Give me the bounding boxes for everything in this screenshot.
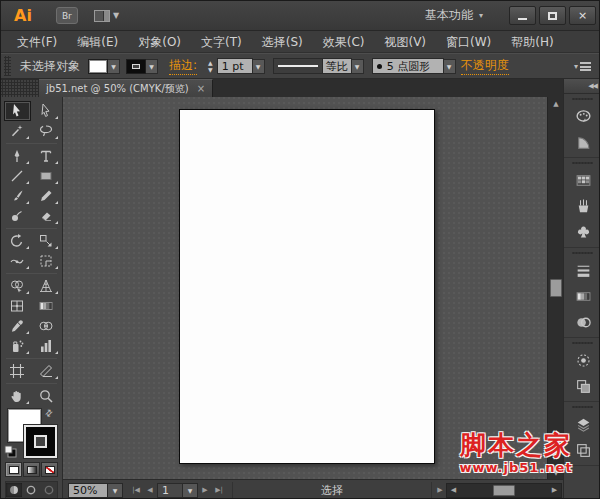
vertical-scrollbar[interactable]: ▲ ▼ — [547, 97, 563, 479]
scroll-left-icon[interactable]: ◀ — [447, 484, 460, 497]
draw-behind-button[interactable] — [23, 483, 39, 497]
chevron-down-icon[interactable]: ▼ — [108, 59, 120, 74]
panel-group-grip[interactable] — [572, 403, 593, 411]
menu-item-6[interactable]: 视图(V) — [374, 31, 436, 53]
draw-normal-button[interactable] — [6, 483, 22, 497]
tool-paintbrush[interactable] — [4, 186, 31, 206]
last-artboard-button[interactable]: ▶| — [212, 483, 226, 498]
menu-item-5[interactable]: 效果(C) — [313, 31, 375, 53]
previous-artboard-button[interactable]: ◀ — [143, 483, 157, 498]
bridge-button[interactable]: Br — [56, 7, 78, 24]
control-panel-menu-button[interactable]: ▾ — [574, 62, 591, 71]
step-down-icon[interactable]: ▼ — [206, 66, 215, 73]
toolbar-dock-grip[interactable] — [1, 79, 39, 97]
tool-pencil[interactable] — [33, 186, 60, 206]
tool-free-transform[interactable] — [33, 251, 60, 271]
tool-hand[interactable] — [4, 386, 31, 406]
panel-tab-color-guide[interactable] — [564, 129, 600, 155]
tool-magic-wand[interactable] — [4, 121, 31, 141]
document-tab[interactable]: jb51.net @ 50% (CMYK/预览) × — [39, 79, 213, 97]
panel-tab-color[interactable] — [564, 103, 600, 129]
zoom-level-field[interactable]: 50% — [68, 483, 108, 498]
tool-slice[interactable] — [33, 361, 60, 381]
stroke-color-combo[interactable]: ▼ — [126, 59, 158, 74]
tab-close-icon[interactable]: × — [197, 84, 205, 94]
artboard-number-field[interactable]: 1 — [157, 483, 183, 498]
workspace-switcher[interactable]: 基本功能 ▾ — [425, 7, 483, 24]
default-fill-stroke-icon[interactable] — [4, 445, 17, 461]
artboard[interactable] — [179, 109, 435, 464]
panel-group-grip[interactable] — [572, 159, 593, 167]
tool-line-segment[interactable] — [4, 166, 31, 186]
stroke-profile-combo[interactable]: 等比 ▼ — [273, 58, 364, 74]
tool-perspective-grid[interactable] — [33, 276, 60, 296]
status-display[interactable]: 选择 — [232, 482, 432, 499]
tool-rectangle[interactable] — [33, 166, 60, 186]
tool-rotate[interactable] — [4, 231, 31, 251]
chevron-down-icon[interactable]: ▼ — [253, 59, 265, 74]
horizontal-scrollbar[interactable]: ◀ ▶ — [446, 483, 562, 498]
scroll-right-icon[interactable]: ▶ — [548, 484, 561, 497]
swap-fill-stroke-icon[interactable]: ⇄ — [43, 407, 55, 419]
tool-mesh[interactable] — [4, 296, 31, 316]
panel-tab-brushes[interactable] — [564, 193, 600, 219]
menu-item-8[interactable]: 帮助(H) — [501, 31, 563, 53]
panel-tab-appearance[interactable] — [564, 347, 600, 373]
tool-shape-builder[interactable] — [4, 276, 31, 296]
fill-color-swatch[interactable] — [88, 59, 108, 74]
tool-lasso[interactable] — [33, 121, 60, 141]
stroke-panel-link[interactable]: 描边: — [169, 57, 197, 75]
tool-width[interactable] — [4, 251, 31, 271]
chevron-down-icon[interactable]: ▼ — [352, 59, 364, 74]
panel-tab-graphic-styles[interactable] — [564, 373, 600, 399]
next-artboard-button[interactable]: ▶ — [198, 483, 212, 498]
chevron-down-icon[interactable]: ▼ — [146, 59, 158, 74]
tool-artboard[interactable] — [4, 361, 31, 381]
tool-zoom[interactable] — [33, 386, 60, 406]
vertical-scroll-thumb[interactable] — [550, 279, 562, 297]
tool-symbol-sprayer[interactable] — [4, 336, 31, 356]
menu-item-4[interactable]: 选择(S) — [252, 31, 313, 53]
status-menu-icon[interactable]: ▶ — [434, 483, 446, 498]
tool-column-graph[interactable] — [33, 336, 60, 356]
chevron-down-icon[interactable]: ▼ — [444, 59, 456, 74]
opacity-panel-link[interactable]: 不透明度 — [461, 57, 509, 75]
expand-panels-icon[interactable]: ◀◀ — [588, 82, 597, 90]
minimize-button[interactable] — [509, 6, 536, 25]
tool-eraser[interactable] — [33, 206, 60, 226]
stroke-proxy-swatch[interactable] — [24, 425, 57, 458]
panel-tab-stroke[interactable] — [564, 257, 600, 283]
scroll-up-icon[interactable]: ▲ — [548, 97, 564, 110]
menu-item-2[interactable]: 对象(O) — [128, 31, 191, 53]
fill-color-combo[interactable]: ▼ — [88, 59, 120, 74]
panel-group-grip[interactable] — [572, 95, 593, 103]
tool-blob-brush[interactable] — [4, 206, 31, 226]
zoom-dropdown-icon[interactable]: ▼ — [108, 483, 123, 498]
arrange-documents-button[interactable]: ▼ — [94, 10, 119, 22]
horizontal-scroll-thumb[interactable] — [493, 485, 515, 496]
draw-inside-button[interactable] — [41, 483, 57, 497]
menu-item-7[interactable]: 窗口(W) — [436, 31, 501, 53]
artboard-dropdown-icon[interactable]: ▼ — [183, 483, 198, 498]
stroke-width-stepper[interactable]: ▲ ▼ — [206, 59, 215, 73]
brush-definition-field[interactable]: 5 点圆形 — [372, 58, 444, 74]
panel-group-grip[interactable] — [572, 249, 593, 257]
panel-dock-header[interactable]: ◀◀ — [564, 79, 600, 94]
close-button[interactable]: × — [569, 6, 596, 25]
panel-group-grip[interactable] — [572, 339, 593, 347]
menu-item-3[interactable]: 文字(T) — [191, 31, 252, 53]
panel-tab-symbols[interactable] — [564, 219, 600, 245]
none-paint-button[interactable] — [41, 462, 58, 477]
panel-tab-gradient[interactable] — [564, 283, 600, 309]
menu-item-1[interactable]: 编辑(E) — [67, 31, 128, 53]
tool-pen[interactable] — [4, 146, 31, 166]
scroll-down-icon[interactable]: ▼ — [548, 466, 564, 479]
tool-eyedropper[interactable] — [4, 316, 31, 336]
maximize-button[interactable] — [539, 6, 566, 25]
stroke-width-field[interactable]: 1 pt — [217, 58, 253, 74]
tool-scale[interactable] — [33, 231, 60, 251]
tool-blend[interactable] — [33, 316, 60, 336]
panel-tab-artboards[interactable] — [564, 437, 600, 463]
stroke-color-swatch[interactable] — [126, 59, 146, 74]
canvas-area[interactable] — [63, 97, 547, 479]
